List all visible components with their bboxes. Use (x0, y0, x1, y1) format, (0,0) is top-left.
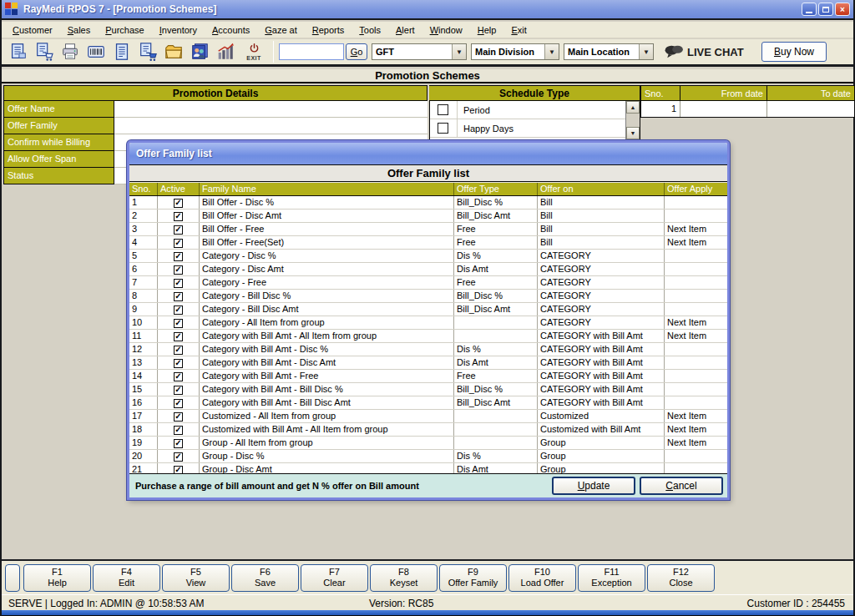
cell-active[interactable]: ✓ (158, 423, 200, 436)
live-chat-link[interactable]: LIVE CHAT (664, 43, 744, 60)
fkey-f1-button[interactable]: F1Help (23, 564, 91, 592)
offer-family-row[interactable]: 2✓Bill Offer - Disc AmtBill_Disc AmtBill (129, 210, 727, 223)
offer-family-row[interactable]: 14✓Category with Bill Amt - FreeFreeCATE… (129, 370, 727, 383)
exit-icon[interactable]: EXIT (240, 40, 268, 63)
fkey-f10-button[interactable]: F10Load Offer (508, 564, 576, 592)
offer-family-row[interactable]: 16✓Category with Bill Amt - Bill Disc Am… (129, 396, 727, 410)
menu-item-reports[interactable]: Reports (305, 23, 352, 37)
offer-family-row[interactable]: 4✓Bill Offer - Free(Set)FreeBillNext Ite… (129, 236, 727, 250)
checkbox-checked-icon[interactable]: ✓ (174, 346, 183, 355)
chevron-down-icon[interactable]: ▼ (544, 44, 559, 59)
menu-item-customer[interactable]: Customer (5, 23, 60, 37)
cell-active[interactable]: ✓ (158, 330, 200, 342)
cell-active[interactable]: ✓ (158, 410, 200, 422)
cell-active[interactable]: ✓ (158, 303, 200, 316)
restore-button[interactable] (818, 3, 833, 16)
cell-active[interactable]: ✓ (158, 356, 200, 369)
fkey-f5-button[interactable]: F5View (162, 564, 230, 592)
checkbox-checked-icon[interactable]: ✓ (174, 319, 183, 328)
list-icon[interactable] (110, 40, 134, 63)
menu-item-help[interactable]: Help (470, 23, 504, 37)
offer-family-row[interactable]: 7✓Category - FreeFreeCATEGORY (129, 276, 727, 290)
checkbox-checked-icon[interactable]: ✓ (174, 279, 183, 288)
checkbox-checked-icon[interactable]: ✓ (174, 399, 183, 408)
checkbox-checked-icon[interactable]: ✓ (174, 359, 183, 368)
offer-family-row[interactable]: 17✓Customized - All Item from groupCusto… (129, 410, 727, 423)
function-key-spacer-button[interactable] (5, 564, 20, 592)
menu-item-gaze-at[interactable]: Gaze at (257, 23, 305, 37)
fkey-f8-button[interactable]: F8Keyset (370, 564, 438, 592)
cell-active[interactable]: ✓ (158, 290, 200, 302)
offer-family-row[interactable]: 18✓Customized with Bill Amt - All Item f… (129, 423, 727, 437)
checkbox-checked-icon[interactable]: ✓ (174, 239, 183, 248)
checkbox-checked-icon[interactable]: ✓ (174, 199, 183, 208)
chevron-down-icon[interactable]: ▼ (452, 44, 466, 59)
offer-family-row[interactable]: 8✓Category - Bill Disc %Bill_Disc %CATEG… (129, 290, 727, 303)
checkbox-icon[interactable] (438, 104, 448, 115)
checkbox-icon[interactable] (438, 123, 448, 134)
offer-family-row[interactable]: 21✓Group - Disc AmtDis AmtGroup (129, 463, 727, 473)
cell-active[interactable]: ✓ (158, 343, 200, 356)
checkbox-checked-icon[interactable]: ✓ (174, 426, 183, 435)
minimize-button[interactable] (802, 3, 817, 16)
search-input[interactable] (279, 43, 344, 60)
cancel-button[interactable]: Cancel (640, 477, 723, 495)
barcode-icon[interactable] (84, 40, 108, 63)
offer-family-row[interactable]: 9✓Category - Bill Disc AmtBill_Disc AmtC… (129, 303, 727, 316)
cell-active[interactable]: ✓ (158, 263, 200, 275)
menu-item-inventory[interactable]: Inventory (152, 23, 205, 37)
fkey-f9-button[interactable]: F9Offer Family (439, 564, 507, 592)
menu-item-window[interactable]: Window (422, 23, 470, 37)
sales-cart-icon[interactable] (33, 40, 56, 63)
scroll-up-icon[interactable]: ▲ (626, 101, 640, 114)
cell-active[interactable]: ✓ (158, 383, 200, 396)
checkbox-checked-icon[interactable]: ✓ (174, 332, 183, 341)
checkbox-checked-icon[interactable]: ✓ (174, 439, 183, 448)
cell-active[interactable]: ✓ (158, 250, 200, 262)
checkbox-checked-icon[interactable]: ✓ (174, 265, 183, 275)
fkey-f4-button[interactable]: F4Edit (93, 564, 160, 592)
menu-item-alert[interactable]: Alert (388, 23, 422, 37)
menu-item-accounts[interactable]: Accounts (205, 23, 257, 37)
offer-family-row[interactable]: 6✓Category - Disc AmtDis AmtCATEGORY (129, 263, 727, 276)
cell-active[interactable]: ✓ (158, 223, 200, 235)
checkbox-checked-icon[interactable]: ✓ (174, 412, 183, 422)
cell-active[interactable]: ✓ (158, 316, 200, 329)
offer-family-row[interactable]: 11✓Category with Bill Amt - All Item fro… (129, 330, 727, 343)
fkey-f7-button[interactable]: F7Clear (301, 564, 368, 592)
bill-icon[interactable] (7, 40, 30, 63)
cell-active[interactable]: ✓ (158, 450, 200, 462)
cell-active[interactable]: ✓ (158, 396, 200, 409)
cell-active[interactable]: ✓ (158, 437, 200, 449)
date-row-to[interactable] (767, 101, 855, 117)
offer-family-row[interactable]: 12✓Category with Bill Amt - Disc %Dis %C… (129, 343, 727, 356)
scroll-down-icon[interactable]: ▼ (626, 127, 640, 139)
checkbox-checked-icon[interactable]: ✓ (174, 292, 183, 301)
menu-item-tools[interactable]: Tools (352, 23, 388, 37)
offer-family-row[interactable]: 20✓Group - Disc %Dis %Group (129, 450, 727, 463)
update-button[interactable]: Update (552, 477, 635, 495)
cell-active[interactable]: ✓ (158, 210, 200, 222)
field-value-input[interactable] (114, 118, 428, 134)
field-value-input[interactable] (114, 101, 428, 118)
offer-family-row[interactable]: 10✓Category - All Item from groupCATEGOR… (129, 316, 727, 330)
buy-now-button[interactable]: Buy Now (761, 42, 827, 62)
offer-family-row[interactable]: 3✓Bill Offer - FreeFreeBillNext Item (129, 223, 727, 236)
date-row-from[interactable] (680, 101, 767, 117)
menu-item-sales[interactable]: Sales (60, 23, 99, 37)
cell-active[interactable]: ✓ (158, 276, 200, 289)
company-combobox[interactable]: GFT ▼ (372, 43, 467, 60)
offer-family-row[interactable]: 13✓Category with Bill Amt - Disc AmtDis … (129, 356, 727, 370)
date-grid-row[interactable]: 1 (640, 101, 855, 118)
schedule-option-row[interactable]: Happy Days (430, 119, 640, 138)
close-button[interactable]: × (835, 3, 850, 16)
checkbox-checked-icon[interactable]: ✓ (174, 212, 183, 221)
fkey-f11-button[interactable]: F11Exception (578, 564, 645, 592)
cell-active[interactable]: ✓ (158, 196, 200, 209)
cell-active[interactable]: ✓ (158, 236, 200, 249)
purchase-cart-icon[interactable] (136, 40, 159, 63)
checkbox-checked-icon[interactable]: ✓ (174, 252, 183, 261)
chart-icon[interactable] (214, 40, 237, 63)
division-combobox[interactable]: Main Division ▼ (471, 43, 559, 60)
offer-family-row[interactable]: 19✓Group - All Item from groupGroupNext … (129, 437, 727, 450)
